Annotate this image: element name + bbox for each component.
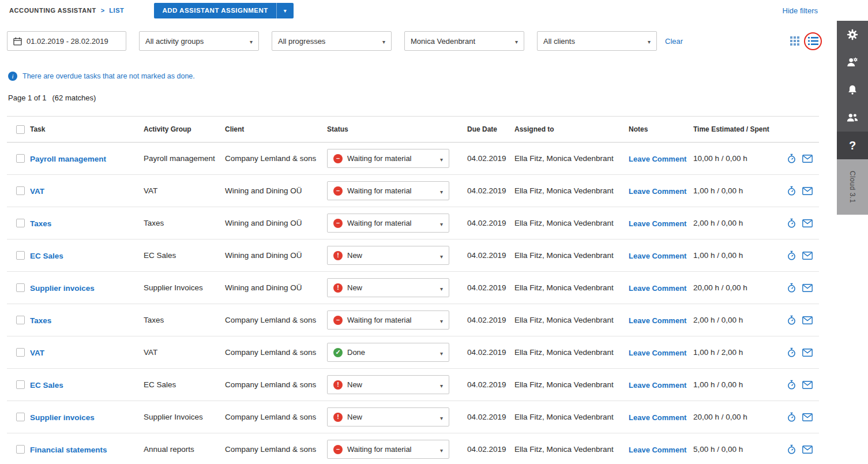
task-link[interactable]: VAT [30,187,44,196]
chevron-down-icon [440,154,443,164]
clients-button[interactable] [837,104,868,132]
clear-filters-link[interactable]: Clear [665,37,683,46]
task-link[interactable]: Taxes [30,219,51,228]
column-due-date: Due Date [467,125,514,133]
task-link[interactable]: Taxes [30,316,51,325]
timer-icon[interactable] [787,154,796,164]
view-switcher [790,32,822,50]
leave-comment-link[interactable]: Leave Comment [629,252,686,260]
table-row: Supplier invoices Supplier Invoices Comp… [7,401,819,433]
status-select[interactable]: ✓ Done [327,343,449,362]
task-link[interactable]: Financial statements [30,446,107,454]
row-checkbox[interactable] [16,154,25,163]
activity-group-cell: Supplier Invoices [144,283,225,292]
row-checkbox[interactable] [16,348,25,357]
breadcrumb-root[interactable]: ACCOUNTING ASSISTANT [9,7,96,14]
status-select[interactable]: ! New [327,246,449,265]
status-label: Waiting for material [347,219,435,227]
breadcrumb-current[interactable]: LIST [109,7,124,14]
grid-view-button[interactable] [790,36,799,46]
status-icon: ! [333,251,343,260]
task-link[interactable]: Supplier invoices [30,413,95,422]
status-select[interactable]: ! New [327,407,449,426]
task-link[interactable]: VAT [30,349,44,357]
status-select[interactable]: – Waiting for material [327,181,449,200]
chevron-down-icon [440,380,443,390]
timer-icon[interactable] [787,218,796,229]
email-icon[interactable] [802,284,813,292]
leave-comment-link[interactable]: Leave Comment [629,284,686,293]
progresses-select[interactable]: All progresses [272,31,392,51]
select-all-checkbox[interactable] [16,125,25,134]
leave-comment-link[interactable]: Leave Comment [629,187,686,196]
status-select[interactable]: ! New [327,278,449,297]
row-checkbox[interactable] [16,380,25,389]
row-checkbox[interactable] [16,413,25,421]
status-label: Waiting for material [347,445,435,454]
settings-button[interactable] [837,21,868,48]
status-select[interactable]: – Waiting for material [327,310,449,330]
timer-icon[interactable] [787,412,796,422]
task-link[interactable]: Payroll management [30,155,106,163]
list-view-button[interactable] [808,37,818,45]
row-checkbox[interactable] [16,445,25,454]
task-link[interactable]: Supplier invoices [30,284,95,293]
version-tab: Cloud 3.1 [837,159,868,215]
row-checkbox[interactable] [16,251,25,260]
gear-icon [846,28,859,41]
email-icon[interactable] [802,219,813,227]
email-icon[interactable] [802,446,813,454]
leave-comment-link[interactable]: Leave Comment [629,219,686,228]
chevron-down-icon [250,37,253,46]
column-activity-group: Activity Group [144,125,225,133]
row-checkbox[interactable] [16,219,25,227]
time-cell: 1,00 h / 0,00 h [693,380,780,389]
clients-select[interactable]: All clients [537,31,657,51]
help-button[interactable] [837,132,868,159]
task-link[interactable]: EC Sales [30,381,63,390]
status-label: Waiting for material [347,316,435,324]
leave-comment-link[interactable]: Leave Comment [629,349,686,357]
timer-icon[interactable] [787,250,796,261]
activity-group-cell: Supplier Invoices [144,413,225,421]
activity-groups-select[interactable]: All activity groups [139,31,259,51]
leave-comment-link[interactable]: Leave Comment [629,155,686,163]
client-cell: Company Lemland & sons [225,413,327,421]
email-icon[interactable] [802,316,813,324]
leave-comment-link[interactable]: Leave Comment [629,446,686,454]
pagination: Page 1 of 1 (62 matches) [8,93,861,102]
email-icon[interactable] [802,381,813,389]
timer-icon[interactable] [787,380,796,390]
email-icon[interactable] [802,413,813,421]
status-select[interactable]: – Waiting for material [327,214,449,233]
email-icon[interactable] [802,155,813,163]
chevron-down-icon [515,37,518,46]
table-row: Taxes Taxes Wining and Dining OÜ – Waiti… [7,207,819,240]
timer-icon[interactable] [787,186,796,196]
timer-icon[interactable] [787,315,796,325]
user-settings-button[interactable] [837,48,868,76]
date-range-input[interactable]: 01.02.2019 - 28.02.2019 [7,31,126,51]
leave-comment-link[interactable]: Leave Comment [629,316,686,325]
row-checkbox[interactable] [16,186,25,195]
status-select[interactable]: – Waiting for material [327,440,449,459]
row-checkbox[interactable] [16,316,25,324]
email-icon[interactable] [802,349,813,357]
hide-filters-link[interactable]: Hide filters [783,6,818,15]
email-icon[interactable] [802,252,813,260]
status-select[interactable]: ! New [327,375,449,394]
leave-comment-link[interactable]: Leave Comment [629,381,686,390]
notifications-button[interactable] [837,76,868,104]
status-select[interactable]: – Waiting for material [327,149,449,168]
timer-icon[interactable] [787,283,796,293]
add-assistant-assignment-button[interactable]: ADD ASSISTANT ASSIGNMENT [154,3,293,18]
add-button-dropdown-caret[interactable] [276,3,294,18]
assignee-select[interactable]: Monica Vedenbrant [404,31,524,51]
row-checkbox[interactable] [16,283,25,292]
chevron-down-icon [440,347,443,358]
email-icon[interactable] [802,187,813,195]
leave-comment-link[interactable]: Leave Comment [629,413,686,422]
timer-icon[interactable] [787,444,796,455]
task-link[interactable]: EC Sales [30,252,63,260]
timer-icon[interactable] [787,347,796,358]
